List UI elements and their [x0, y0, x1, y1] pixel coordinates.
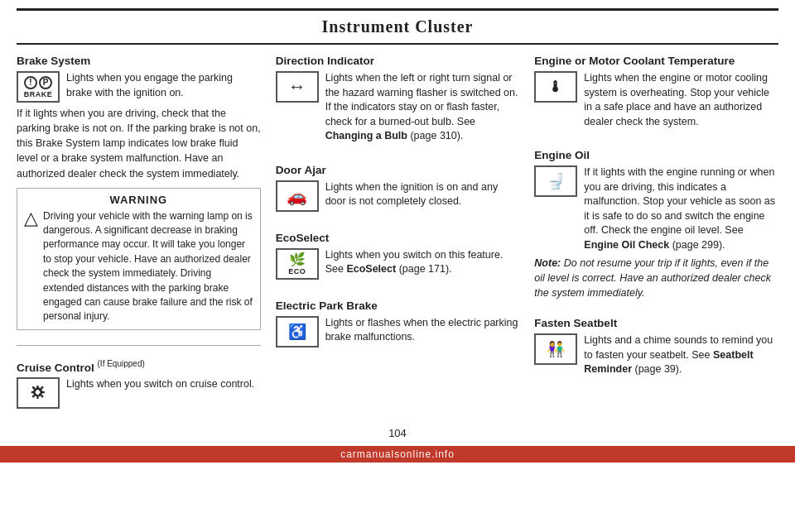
column-1: Brake System ! P BRAKE Lights when you e… — [17, 55, 261, 412]
direction-text: Lights when the left or right turn signa… — [325, 71, 520, 144]
seatbelt-icon: 👫 — [534, 333, 577, 365]
fasten-seatbelt-title: Fasten Seatbelt — [534, 317, 778, 329]
eco-icon: 🌿 ECO — [276, 248, 319, 280]
oil-body-text: If it lights with the engine running or … — [584, 165, 778, 252]
seatbelt-symbol: 👫 — [547, 340, 565, 358]
page-title: Instrument Cluster — [17, 17, 778, 36]
eco-icon-row: 🌿 ECO Lights when you switch on this fea… — [276, 248, 520, 280]
engine-coolant-section: Engine or Motor Coolant Temperature 🌡 Li… — [534, 55, 778, 132]
door-icon: 🚗 — [276, 180, 319, 212]
brake-body-text: If it lights when you are driving, check… — [17, 106, 261, 181]
brake-circle-p: ! — [24, 76, 37, 89]
cruise-icon: ⛭ — [17, 377, 60, 409]
direction-indicator-section: Direction Indicator ↔ Lights when the le… — [276, 55, 520, 147]
direction-icon: ↔ — [276, 71, 319, 103]
content-area: Brake System ! P BRAKE Lights when you e… — [0, 55, 795, 412]
cruise-icon-row: ⛭ Lights when you switch on cruise contr… — [17, 377, 261, 409]
page-header: Instrument Cluster — [17, 8, 778, 45]
brake-circle-p2: P — [39, 76, 52, 89]
epb-icon: ♿ — [276, 316, 319, 347]
fasten-seatbelt-section: Fasten Seatbelt 👫 Lights and a chime sou… — [534, 309, 778, 381]
door-ajar-section: Door Ajar 🚗 Lights when the ignition is … — [276, 156, 520, 215]
brake-label: BRAKE — [24, 90, 53, 98]
warning-box: WARNING △ Driving your vehicle with the … — [17, 188, 261, 330]
electric-park-brake-section: Electric Park Brake ♿ Lights or flashes … — [276, 291, 520, 351]
page-wrapper: Instrument Cluster Brake System ! P BRAK… — [0, 8, 795, 532]
brake-icon: ! P BRAKE — [17, 71, 60, 103]
oil-note: Note: Do not resume your trip if it ligh… — [534, 256, 778, 300]
engine-oil-title: Engine Oil — [534, 149, 778, 161]
door-text: Lights when the ignition is on and any d… — [325, 180, 520, 209]
coolant-icon: 🌡 — [534, 71, 577, 103]
epb-symbol: ♿ — [288, 323, 306, 341]
door-symbol: 🚗 — [287, 186, 307, 206]
watermark: carmanualsonline.info — [0, 446, 795, 463]
cruise-symbol: ⛭ — [29, 382, 47, 404]
door-icon-row: 🚗 Lights when the ignition is on and any… — [276, 180, 520, 212]
cruise-control-title: Cruise Control (If Equipped) — [17, 359, 261, 374]
column-3: Engine or Motor Coolant Temperature 🌡 Li… — [534, 55, 778, 412]
brake-system-section: Brake System ! P BRAKE Lights when you e… — [17, 55, 261, 337]
epb-text: Lights or flashes when the electric park… — [325, 316, 520, 345]
brake-intro-text: Lights when you engage the parking brake… — [66, 71, 261, 100]
brake-icon-row: ! P BRAKE Lights when you engage the par… — [17, 71, 261, 103]
arrow-symbol: ↔ — [288, 76, 306, 98]
cruise-text: Lights when you switch on cruise control… — [66, 377, 254, 392]
warning-row: △ Driving your vehicle with the warning … — [24, 209, 253, 324]
ecoselect-section: EcoSelect 🌿 ECO Lights when you switch o… — [276, 223, 520, 283]
seatbelt-icon-row: 👫 Lights and a chime sounds to remind yo… — [534, 333, 778, 377]
cruise-control-section: Cruise Control (If Equipped) ⛭ Lights wh… — [17, 351, 261, 413]
column-2: Direction Indicator ↔ Lights when the le… — [276, 55, 520, 412]
engine-oil-section: Engine Oil 🚽 If it lights with the engin… — [534, 141, 778, 300]
coolant-icon-row: 🌡 Lights when the engine or motor coolin… — [534, 71, 778, 129]
eco-symbol: 🌿 ECO — [288, 252, 306, 276]
warning-text: Driving your vehicle with the warning la… — [43, 209, 253, 324]
brake-symbol: ! P — [24, 76, 52, 89]
ecoselect-title: EcoSelect — [276, 232, 520, 244]
brake-system-title: Brake System — [17, 55, 261, 67]
oil-symbol: 🚽 — [547, 172, 565, 190]
epb-icon-row: ♿ Lights or flashes when the electric pa… — [276, 316, 520, 347]
direction-indicator-title: Direction Indicator — [276, 55, 520, 67]
direction-icon-row: ↔ Lights when the left or right turn sig… — [276, 71, 520, 144]
warning-title: WARNING — [24, 194, 253, 206]
seatbelt-text: Lights and a chime sounds to remind you … — [584, 333, 778, 377]
coolant-text: Lights when the engine or motor cooling … — [584, 71, 778, 129]
oil-icon-row: 🚽 If it lights with the engine running o… — [534, 165, 778, 252]
oil-icon: 🚽 — [534, 165, 577, 197]
engine-coolant-title: Engine or Motor Coolant Temperature — [534, 55, 778, 67]
eco-text: Lights when you switch on this feature. … — [325, 248, 520, 277]
door-ajar-title: Door Ajar — [276, 164, 520, 176]
coolant-symbol: 🌡 — [548, 79, 563, 96]
warning-triangle-icon: △ — [24, 208, 38, 229]
divider-1 — [17, 345, 261, 346]
electric-park-brake-title: Electric Park Brake — [276, 300, 520, 312]
page-number: 104 — [0, 427, 795, 439]
